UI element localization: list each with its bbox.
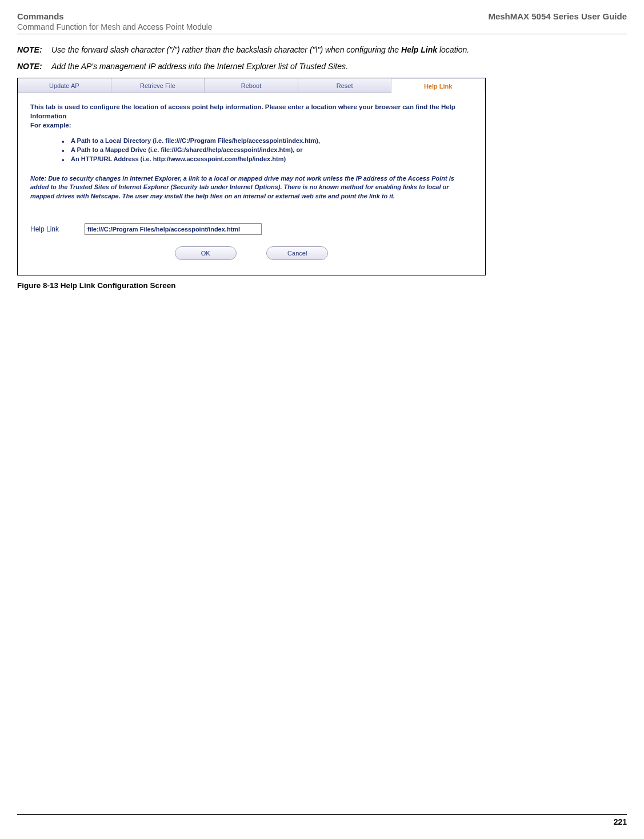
help-link-label: Help Link (30, 225, 85, 233)
tab-update-ap[interactable]: Update AP (18, 78, 111, 93)
for-example-label: For example: (30, 122, 473, 129)
note-1-prefix: Use the forward slash character ("/") ra… (51, 45, 401, 54)
help-link-field-row: Help Link (30, 223, 473, 235)
list-item: A Path to a Local Directory (i.e. file:/… (62, 137, 473, 146)
ok-button[interactable]: OK (175, 246, 237, 260)
help-link-config-screenshot: Update AP Retrieve File Reboot Reset Hel… (17, 78, 486, 275)
header-divider (17, 34, 627, 34)
note-label: NOTE: (17, 61, 51, 72)
intro-text: This tab is used to configure the locati… (30, 102, 473, 121)
page-section-title: Commands (17, 11, 64, 21)
page-number: 221 (17, 817, 627, 826)
note-text: Use the forward slash character ("/") ra… (51, 45, 469, 55)
list-item: A Path to a Mapped Drive (i.e. file:///G… (62, 146, 473, 155)
note-1: NOTE: Use the forward slash character ("… (17, 45, 627, 55)
list-item: An HTTP/URL Address (i.e. http://www.acc… (62, 155, 473, 164)
button-row: OK Cancel (30, 244, 473, 265)
help-link-input[interactable] (85, 223, 262, 235)
note-text: Add the AP's management IP address into … (51, 61, 348, 72)
tab-content: This tab is used to configure the locati… (18, 93, 485, 275)
note-2: NOTE: Add the AP's management IP address… (17, 61, 627, 72)
note-1-bold: Help Link (401, 45, 437, 54)
tab-reset[interactable]: Reset (298, 78, 392, 93)
note-1-suffix: location. (437, 45, 469, 54)
example-list: A Path to a Local Directory (i.e. file:/… (62, 137, 473, 164)
guide-title: MeshMAX 5054 Series User Guide (488, 11, 627, 21)
page-subtitle: Command Function for Mesh and Access Poi… (17, 22, 627, 31)
note-label: NOTE: (17, 45, 51, 55)
panel-note: Note: Due to security changes in Interne… (30, 174, 473, 201)
figure-caption: Figure 8-13 Help Link Configuration Scre… (17, 281, 627, 290)
footer-divider (17, 814, 627, 815)
cancel-button[interactable]: Cancel (266, 246, 328, 260)
tab-retrieve-file[interactable]: Retrieve File (111, 78, 205, 93)
page-footer: 221 (17, 814, 627, 826)
tab-reboot[interactable]: Reboot (205, 78, 298, 93)
tab-help-link[interactable]: Help Link (391, 79, 485, 93)
tab-bar: Update AP Retrieve File Reboot Reset Hel… (18, 78, 485, 93)
